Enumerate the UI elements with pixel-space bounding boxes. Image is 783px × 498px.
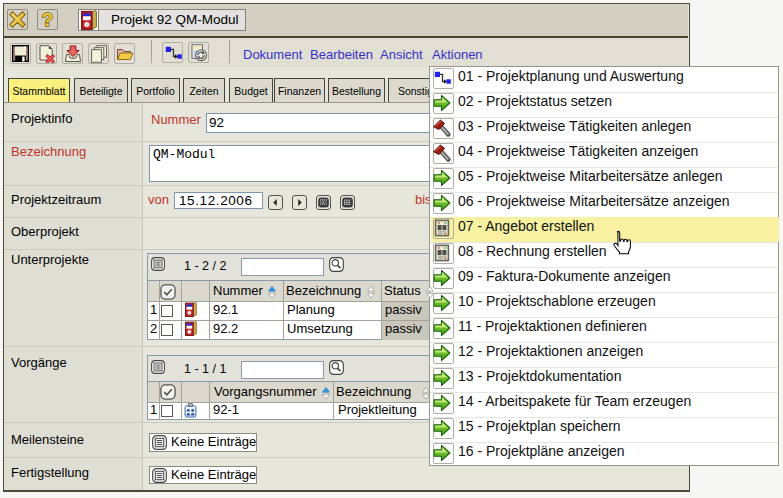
svg-text:?: ? [42,9,54,30]
